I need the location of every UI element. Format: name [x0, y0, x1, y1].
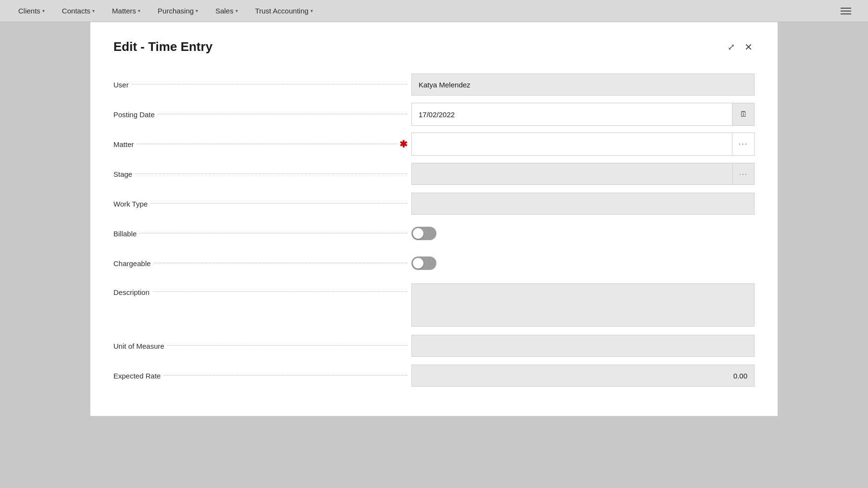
unit-of-measure-field-row: Unit of Measure [113, 333, 755, 358]
stage-field-row: Stage ··· [113, 161, 755, 186]
chargeable-field [411, 256, 755, 270]
posting-date-label-text: Posting Date [113, 110, 155, 119]
chargeable-toggle-thumb [413, 258, 423, 268]
matter-field-row: Matter ✱ ··· [113, 132, 755, 157]
description-field-row: Description [113, 281, 755, 329]
close-button[interactable]: ✕ [743, 39, 755, 55]
work-type-label-text: Work Type [113, 200, 148, 208]
modal-overlay: Edit - Time Entry ⤢ ✕ User Katya Melende… [0, 0, 868, 488]
billable-toggle-track [411, 227, 436, 240]
matter-label: Matter ✱ [113, 138, 411, 150]
user-field: Katya Melendez [411, 73, 755, 96]
billable-label: Billable [113, 230, 411, 238]
stage-label: Stage [113, 170, 411, 178]
stage-wrapper: ··· [411, 163, 755, 185]
matter-input[interactable] [412, 133, 732, 155]
user-label-text: User [113, 81, 129, 89]
calendar-button[interactable]: 🗓 [732, 103, 754, 125]
work-type-value [411, 193, 755, 215]
posting-date-label-dots [158, 114, 408, 114]
chargeable-toggle-track [411, 256, 436, 270]
user-value: Katya Melendez [411, 73, 755, 96]
modal-header-actions: ⤢ ✕ [726, 39, 755, 55]
stage-input[interactable] [411, 163, 732, 185]
stage-lookup-button[interactable]: ··· [732, 163, 755, 185]
billable-toggle-thumb [413, 228, 423, 239]
calendar-icon: 🗓 [740, 110, 747, 119]
unit-of-measure-label-dots [167, 345, 408, 346]
user-label-dots [132, 84, 408, 85]
unit-of-measure-value [411, 335, 755, 357]
expected-rate-text: 0.00 [733, 372, 747, 380]
chargeable-toggle[interactable] [411, 256, 436, 270]
matter-label-text: Matter [113, 140, 134, 148]
description-label: Description [113, 283, 411, 296]
matter-label-dots [137, 144, 397, 144]
expand-icon: ⤢ [728, 42, 735, 52]
billable-toggle-wrapper [411, 227, 755, 240]
matter-required-star: ✱ [399, 138, 408, 150]
stage-label-text: Stage [113, 170, 132, 178]
chargeable-field-row: Chargeable [113, 251, 755, 276]
billable-field [411, 227, 755, 240]
unit-of-measure-label: Unit of Measure [113, 342, 411, 350]
billable-label-text: Billable [113, 230, 136, 238]
description-label-dots [152, 292, 408, 292]
description-textarea[interactable] [411, 283, 755, 327]
user-field-row: User Katya Melendez [113, 72, 755, 97]
expected-rate-field-row: Expected Rate 0.00 [113, 363, 755, 388]
expected-rate-label-dots [163, 375, 408, 376]
posting-date-wrapper: 🗓 [411, 103, 755, 126]
posting-date-field: 🗓 [411, 103, 755, 126]
unit-of-measure-field [411, 335, 755, 357]
modal-header: Edit - Time Entry ⤢ ✕ [113, 39, 755, 55]
edit-time-entry-modal: Edit - Time Entry ⤢ ✕ User Katya Melende… [90, 22, 778, 416]
expected-rate-label-text: Expected Rate [113, 372, 161, 380]
chargeable-label-text: Chargeable [113, 259, 151, 268]
stage-ellipsis-icon: ··· [739, 170, 748, 178]
modal-title: Edit - Time Entry [113, 39, 212, 54]
work-type-field [411, 193, 755, 215]
expand-button[interactable]: ⤢ [726, 40, 737, 54]
matter-lookup-button[interactable]: ··· [732, 133, 754, 155]
chargeable-label-dots [154, 263, 408, 263]
description-label-text: Description [113, 288, 149, 296]
user-label: User [113, 81, 411, 89]
close-icon: ✕ [744, 41, 753, 53]
chargeable-label: Chargeable [113, 259, 411, 268]
billable-toggle[interactable] [411, 227, 436, 240]
stage-field: ··· [411, 163, 755, 185]
matter-input-wrapper: ··· [411, 133, 755, 156]
stage-label-dots [135, 173, 408, 174]
billable-field-row: Billable [113, 221, 755, 246]
work-type-label-dots [150, 203, 408, 204]
expected-rate-field: 0.00 [411, 365, 755, 387]
matter-field: ··· [411, 133, 755, 156]
chargeable-toggle-wrapper [411, 256, 755, 270]
posting-date-input[interactable] [412, 103, 732, 125]
posting-date-field-row: Posting Date 🗓 [113, 102, 755, 127]
unit-of-measure-label-text: Unit of Measure [113, 342, 164, 350]
expected-rate-label: Expected Rate [113, 372, 411, 380]
work-type-label: Work Type [113, 200, 411, 208]
expected-rate-value: 0.00 [411, 365, 755, 387]
description-field [411, 283, 755, 329]
work-type-field-row: Work Type [113, 191, 755, 216]
matter-ellipsis-icon: ··· [739, 140, 748, 148]
posting-date-label: Posting Date [113, 110, 411, 119]
billable-label-dots [139, 233, 408, 233]
